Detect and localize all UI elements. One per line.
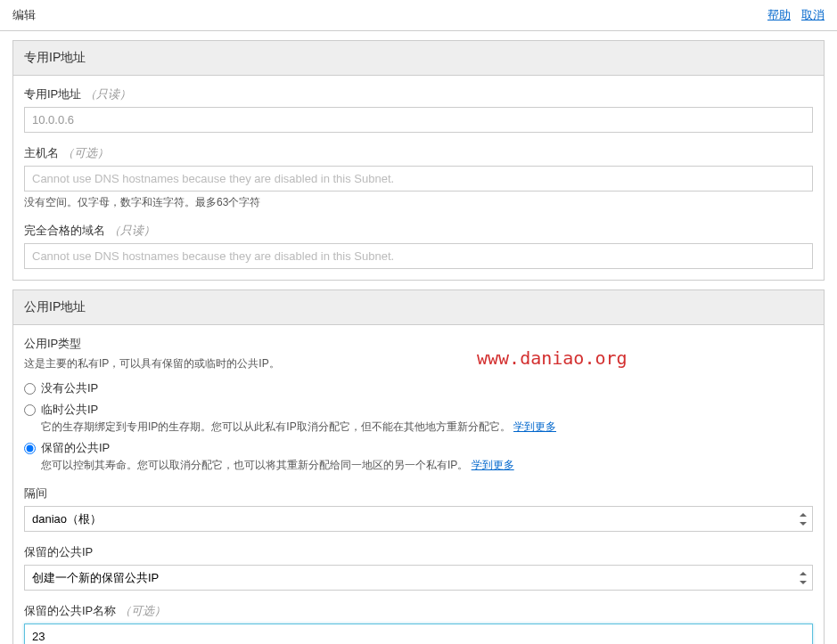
public-ip-type-label: 公用IP类型 — [24, 336, 813, 352]
radio-ephemeral-label: 临时公共IP — [41, 402, 813, 418]
private-ip-hint: （只读） — [85, 87, 131, 101]
reserved-name-input[interactable] — [24, 624, 813, 644]
learn-more-reserved[interactable]: 学到更多 — [472, 459, 514, 471]
hostname-input[interactable] — [24, 166, 813, 192]
private-ip-input — [24, 107, 813, 133]
radio-reserved-label: 保留的公共IP — [41, 440, 813, 456]
help-link[interactable]: 帮助 — [767, 7, 791, 23]
hostname-help: 没有空间。仅字母，数字和连字符。最多63个字符 — [24, 195, 813, 210]
hostname-hint: （可选） — [62, 146, 109, 159]
radio-reserved-desc: 您可以控制其寿命。您可以取消分配它，也可以将其重新分配给同一地区的另一个私有IP… — [41, 459, 468, 471]
radio-ephemeral-desc: 它的生存期绑定到专用IP的生存期。您可以从此私有IP取消分配它，但不能在其他地方… — [41, 420, 511, 433]
learn-more-ephemeral[interactable]: 学到更多 — [513, 420, 556, 433]
public-ip-panel-title: 公用IP地址 — [13, 290, 824, 325]
compartment-label: 隔间 — [24, 485, 813, 501]
compartment-select[interactable]: daniao（根） — [24, 506, 813, 532]
top-bar: 编辑 帮助 取消 — [0, 0, 837, 31]
private-ip-label: 专用IP地址 — [24, 87, 81, 101]
page-title: 编辑 — [12, 7, 36, 23]
private-ip-panel-title: 专用IP地址 — [13, 41, 824, 76]
public-ip-panel: 公用IP地址 公用IP类型 这是主要的私有IP，可以具有保留的或临时的公共IP。… — [12, 289, 825, 644]
reserved-ip-select[interactable]: 创建一个新的保留公共IP — [24, 565, 813, 591]
reserved-name-label: 保留的公共IP名称 — [24, 604, 116, 617]
hostname-label: 主机名 — [24, 146, 59, 159]
radio-reserved[interactable] — [24, 443, 36, 454]
radio-none-label: 没有公共IP — [41, 380, 813, 396]
fqdn-input — [24, 243, 813, 269]
public-ip-type-desc: 这是主要的私有IP，可以具有保留的或临时的公共IP。 — [24, 356, 813, 371]
fqdn-label: 完全合格的域名 — [24, 224, 105, 237]
reserved-name-hint: （可选） — [119, 604, 166, 617]
radio-none[interactable] — [24, 383, 36, 395]
radio-ephemeral[interactable] — [24, 404, 36, 416]
reserved-ip-label: 保留的公共IP — [24, 544, 813, 560]
fqdn-hint: （只读） — [109, 224, 155, 237]
top-links: 帮助 取消 — [767, 7, 825, 23]
private-ip-panel: 专用IP地址 专用IP地址 （只读） 主机名 （可选） 没有空间。仅字母，数字和… — [12, 40, 825, 281]
cancel-link[interactable]: 取消 — [801, 7, 825, 23]
